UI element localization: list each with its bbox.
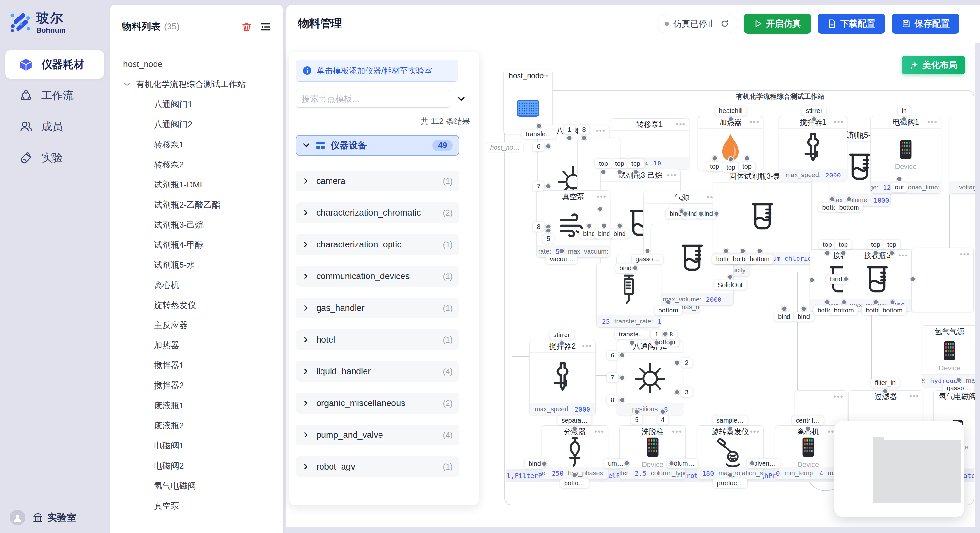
- tree-item[interactable]: 试剂瓶3-己烷: [123, 215, 283, 235]
- node-menu-icon[interactable]: •••: [909, 390, 920, 402]
- port-bind[interactable]: bind: [609, 229, 630, 239]
- port-top[interactable]: top: [595, 159, 612, 169]
- template-category-item[interactable]: characterization_chromatic (2): [296, 202, 459, 223]
- tree-item[interactable]: 氢气电磁阀: [123, 476, 283, 496]
- avatar[interactable]: [10, 510, 25, 525]
- port-1[interactable]: 1: [651, 329, 662, 339]
- download-config-button[interactable]: 下载配置: [818, 14, 885, 34]
- node-menu-icon[interactable]: •••: [834, 116, 844, 128]
- node-menu-icon[interactable]: •••: [539, 70, 549, 82]
- template-category-item[interactable]: robot_agv (1): [296, 456, 459, 477]
- port-bind[interactable]: bind: [793, 312, 814, 322]
- tree-item[interactable]: 搅拌器2: [123, 375, 283, 395]
- sidebar-item-workflow[interactable]: 工作流: [5, 81, 104, 110]
- tree-group-workstation[interactable]: 有机化学流程综合测试工作站: [123, 74, 283, 94]
- tree-item[interactable]: 真空泵: [123, 496, 283, 516]
- node-menu-icon[interactable]: •••: [582, 340, 592, 352]
- port-heatchill[interactable]: heatchill: [714, 106, 747, 116]
- port-bottom[interactable]: bottom: [745, 254, 773, 264]
- tree-item[interactable]: 电磁阀1: [123, 436, 283, 455]
- tree-item[interactable]: 加热器: [123, 335, 283, 355]
- template-category-item[interactable]: gas_handler (1): [296, 298, 459, 318]
- canvas-node-elution-column[interactable]: 洗脱柱•••Devicediameter:2.5column_type:si: [619, 425, 686, 479]
- port-bottom[interactable]: bottom: [878, 305, 907, 316]
- collapse-panel-chevron-icon[interactable]: [456, 94, 466, 104]
- port-7[interactable]: 7: [533, 181, 544, 191]
- port-gasso[interactable]: gasso…: [631, 254, 663, 264]
- port-top[interactable]: top: [706, 162, 723, 171]
- port-top[interactable]: top: [819, 240, 836, 250]
- trash-icon[interactable]: [241, 21, 252, 33]
- port-top[interactable]: top: [738, 162, 756, 171]
- port-transfe[interactable]: transfe…: [522, 129, 556, 139]
- port-solidout[interactable]: SolidOut: [714, 280, 747, 290]
- vertical-scrollbar-track[interactable]: [975, 32, 980, 533]
- canvas-node-card-behind-receivers[interactable]: •••: [911, 248, 974, 313]
- port-8[interactable]: 8: [533, 222, 544, 232]
- node-menu-icon[interactable]: •••: [594, 426, 605, 438]
- port-7[interactable]: 7: [606, 373, 618, 383]
- tree-item[interactable]: 主反应器: [123, 315, 283, 335]
- node-menu-icon[interactable]: •••: [596, 125, 606, 136]
- port-6[interactable]: 6: [533, 141, 544, 152]
- port-botto[interactable]: botto…: [560, 478, 589, 488]
- template-category-item[interactable]: organic_miscellaneous (2): [296, 393, 459, 414]
- template-category-item[interactable]: pump_and_valve (4): [296, 425, 459, 445]
- port-1[interactable]: 1: [563, 125, 575, 135]
- logo[interactable]: 玻尔 Bohrium: [0, 0, 109, 35]
- node-menu-icon[interactable]: •••: [898, 250, 908, 261]
- horizontal-scrollbar-track[interactable]: [286, 527, 980, 533]
- search-input[interactable]: [296, 90, 450, 108]
- node-menu-icon[interactable]: •••: [676, 119, 686, 130]
- tree-item[interactable]: 八通阀门1: [123, 94, 283, 114]
- tree-item[interactable]: 离心机: [123, 275, 283, 295]
- port-stirrer[interactable]: stirrer: [802, 106, 826, 116]
- port-vacuu[interactable]: vacuu…: [546, 254, 578, 264]
- port-out[interactable]: out: [891, 182, 908, 192]
- tree-item[interactable]: 八通阀门2: [123, 114, 283, 134]
- sidebar-item-instruments[interactable]: 仪器耗材: [5, 50, 104, 79]
- port-8[interactable]: 8: [578, 125, 590, 135]
- port-in[interactable]: in: [897, 106, 911, 116]
- tree-item[interactable]: 试剂瓶1-DMF: [123, 174, 283, 195]
- template-category-item[interactable]: communication_devices (1): [296, 266, 459, 287]
- template-category-item[interactable]: characterization_optic (1): [296, 234, 459, 255]
- tree-item[interactable]: 试剂瓶4-甲醇: [123, 235, 283, 255]
- sidebar-item-experiments[interactable]: 实验: [5, 143, 104, 172]
- port-bind[interactable]: bind: [774, 312, 795, 322]
- canvas-node-stirrer-2[interactable]: 搅拌器2•••max_speed:2000: [529, 340, 596, 416]
- port-5[interactable]: 5: [542, 234, 554, 244]
- port-top[interactable]: top: [883, 240, 900, 250]
- port-bottom[interactable]: bottom: [654, 305, 682, 316]
- port-top[interactable]: top: [835, 240, 852, 250]
- node-menu-icon[interactable]: •••: [928, 116, 937, 128]
- tree-item[interactable]: 转移泵2: [123, 154, 283, 174]
- tree-item[interactable]: 电磁阀2: [123, 455, 283, 476]
- tree-item[interactable]: 转移泵1: [123, 134, 283, 154]
- node-menu-icon[interactable]: •••: [667, 169, 677, 181]
- template-category-item[interactable]: camera (1): [296, 171, 459, 191]
- port-hostno[interactable]: host_no…: [486, 143, 524, 152]
- category-instruments[interactable]: 仪器设备 49: [296, 135, 459, 156]
- tree-item[interactable]: 搅拌器1: [123, 355, 283, 375]
- template-category-item[interactable]: hotel (1): [296, 329, 459, 350]
- canvas-node-centrifuge[interactable]: 离心机•••Devicep:40min_temp:4max_spe: [775, 425, 841, 479]
- tree-item[interactable]: 试剂瓶2-乙酸乙酯: [123, 195, 283, 215]
- save-config-button[interactable]: 保存配置: [892, 14, 959, 34]
- simulation-status-pill[interactable]: 仿真已停止: [657, 14, 737, 33]
- refresh-icon[interactable]: [720, 19, 729, 28]
- collapse-list-icon[interactable]: [260, 21, 271, 32]
- port-top[interactable]: top: [611, 159, 628, 169]
- port-8[interactable]: 8: [606, 395, 618, 405]
- node-menu-icon[interactable]: •••: [750, 426, 760, 438]
- canvas-node-hydrogen-gas-source[interactable]: 氢气气源Device_type:hydrogenmax_pre: [922, 325, 977, 387]
- sidebar-item-members[interactable]: 成员: [5, 113, 104, 141]
- port-4[interactable]: 4: [657, 415, 668, 425]
- port-top[interactable]: top: [722, 163, 740, 173]
- port-transfe[interactable]: transfe…: [614, 329, 649, 339]
- port-top[interactable]: top: [627, 159, 644, 169]
- port-sample[interactable]: sample…: [712, 416, 748, 425]
- tree-item[interactable]: 废液瓶1: [123, 395, 283, 416]
- node-menu-icon[interactable]: •••: [672, 426, 682, 438]
- start-simulation-button[interactable]: 开启仿真: [744, 14, 811, 34]
